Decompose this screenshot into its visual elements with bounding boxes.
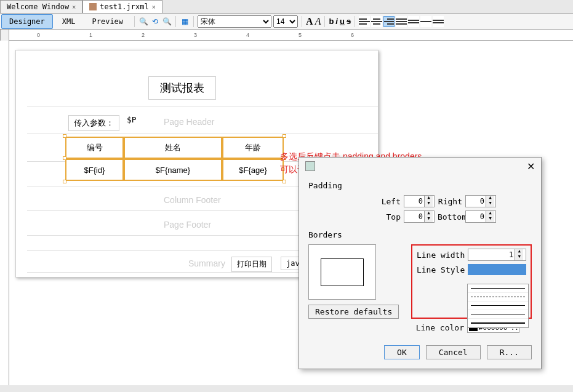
align-justify[interactable] xyxy=(396,16,407,27)
xml-tab[interactable]: XML xyxy=(55,15,83,28)
ruler-corner xyxy=(0,30,9,41)
right-spinner[interactable]: ▲▼ xyxy=(465,195,496,207)
zoom-out-icon[interactable]: 🔍 xyxy=(162,17,172,26)
zoom-in-icon[interactable]: 🔍 xyxy=(138,17,148,26)
tab-file[interactable]: test1.jrxml × xyxy=(82,0,162,13)
designer-tab[interactable]: Designer xyxy=(1,14,53,29)
dialog-icon xyxy=(305,161,315,171)
style-thin[interactable] xyxy=(468,302,528,310)
border-preview[interactable] xyxy=(308,244,376,300)
field-id[interactable]: $F{id} xyxy=(65,159,124,181)
align-center[interactable] xyxy=(371,16,382,27)
date-label[interactable]: 打印日期 xyxy=(231,257,272,272)
style-solid[interactable] xyxy=(468,284,528,293)
tab-welcome[interactable]: Welcome Window × xyxy=(0,0,82,13)
line-width-label: Line width xyxy=(415,250,465,260)
header-age[interactable]: 年龄 xyxy=(222,137,284,159)
line-style-label: Line Style xyxy=(415,265,465,274)
style-double[interactable] xyxy=(468,310,528,319)
file-icon xyxy=(89,3,97,10)
field-name[interactable]: $F{name} xyxy=(124,159,222,181)
line-style-select[interactable] xyxy=(468,264,526,275)
italic-button[interactable]: i xyxy=(335,17,338,26)
horizontal-ruler: 0123456 xyxy=(0,30,573,41)
top-label: Top xyxy=(376,212,401,222)
close-icon[interactable]: ✕ xyxy=(527,161,535,172)
top-spinner[interactable]: ▲▼ xyxy=(404,210,435,223)
valign-bot[interactable] xyxy=(433,16,444,27)
align-left[interactable] xyxy=(359,16,370,27)
field-age[interactable]: $F{age} xyxy=(222,159,284,181)
r-button[interactable]: R... xyxy=(487,345,532,359)
tab-bar: Welcome Window × test1.jrxml × xyxy=(0,0,573,14)
band-column-footer: Column Footer xyxy=(164,195,221,205)
close-icon[interactable]: × xyxy=(152,4,156,10)
bold-button[interactable]: b xyxy=(329,17,334,26)
restore-defaults-button[interactable]: Restore defaults xyxy=(308,305,399,319)
grid-icon[interactable]: ▦ xyxy=(180,17,190,26)
bottom-spinner[interactable]: ▲▼ xyxy=(465,210,496,223)
line-width-spinner[interactable]: ▲▼ xyxy=(468,249,526,261)
size-select[interactable]: 14 xyxy=(273,15,298,28)
format-a1[interactable]: A xyxy=(306,16,313,27)
dialog-titlebar[interactable]: ✕ xyxy=(299,158,541,175)
right-label: Right xyxy=(438,197,462,206)
param-value[interactable]: $P xyxy=(127,115,137,124)
valign-mid[interactable] xyxy=(420,16,431,27)
band-page-footer: Page Footer xyxy=(164,220,211,230)
tab-label: test1.jrxml xyxy=(100,2,148,11)
zoom-reset-icon[interactable]: ⟲ xyxy=(150,17,160,26)
padding-label: Padding xyxy=(308,181,532,190)
strike-button[interactable]: s xyxy=(347,17,351,26)
left-label: Left xyxy=(376,197,401,206)
style-dashed[interactable] xyxy=(468,293,528,302)
band-summary: Summary xyxy=(188,258,225,268)
header-name[interactable]: 姓名 xyxy=(124,137,222,159)
toolbar: Designer XML Preview 🔍 ⟲ 🔍 ▦ 宋体 14 A A b… xyxy=(0,14,573,30)
close-icon[interactable]: × xyxy=(72,4,76,10)
band-page-header: Page Header xyxy=(164,117,215,127)
align-right[interactable] xyxy=(383,16,395,27)
cancel-button[interactable]: Cancel xyxy=(426,345,481,359)
vertical-ruler xyxy=(0,41,9,385)
format-a2[interactable]: A xyxy=(315,16,321,27)
borders-label: Borders xyxy=(308,230,532,239)
ok-button[interactable]: OK xyxy=(384,345,420,359)
left-spinner[interactable]: ▲▼ xyxy=(404,195,435,207)
bottom-label: Bottom xyxy=(438,212,462,222)
underline-button[interactable]: u xyxy=(340,17,345,26)
line-style-dropdown[interactable] xyxy=(467,284,529,328)
tab-label: Welcome Window xyxy=(7,2,69,11)
align-group xyxy=(359,16,444,27)
selected-table[interactable]: 编号 姓名 年龄 $F{id} $F{name} $F{age} xyxy=(65,137,284,181)
param-label[interactable]: 传入参数： xyxy=(68,115,119,131)
font-select[interactable]: 宋体 xyxy=(198,15,271,28)
valign-top[interactable] xyxy=(408,16,419,27)
style-thick[interactable] xyxy=(468,319,528,327)
report-title[interactable]: 测试报表 xyxy=(148,76,216,100)
preview-tab[interactable]: Preview xyxy=(84,15,130,28)
line-color-label: Line color xyxy=(416,323,464,332)
padding-borders-dialog: ✕ Padding Left ▲▼ Right ▲▼ Top ▲▼ Bottom… xyxy=(299,157,542,369)
header-id[interactable]: 编号 xyxy=(65,137,124,159)
